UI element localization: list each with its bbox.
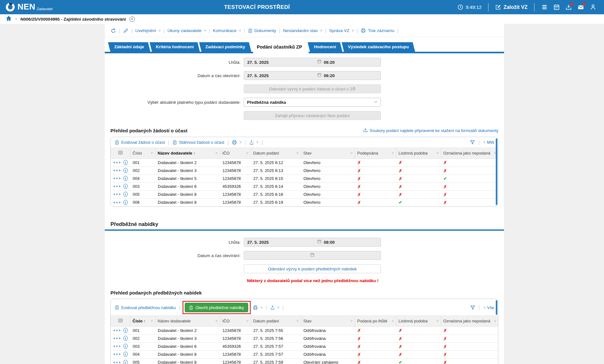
row-menu-button[interactable]: ∘∘∘ (113, 328, 121, 333)
column-settings-button[interactable] (111, 148, 130, 159)
column-header-ico[interactable]: IČO▽ (220, 148, 251, 159)
submission-files-link[interactable]: Soubory podání najdete připravené ke sta… (363, 128, 498, 134)
toolbar-item-dokumenty[interactable]: Dokumenty (248, 28, 276, 33)
table-row[interactable]: ∘∘∘i006Dodavatel - školení 81234567827. … (111, 198, 498, 206)
table-row[interactable]: ∘∘∘i001Dodavatel - školení 21234567827. … (111, 327, 498, 335)
column-filter-icon[interactable]: ▽ (295, 152, 298, 155)
table-row[interactable]: ∘∘∘i005Dodavatel - školení 81234567827. … (111, 358, 498, 364)
row-info-button[interactable]: i (123, 336, 128, 341)
export-table-button[interactable]: ▽ (249, 140, 258, 145)
open-preliminary-offers-button[interactable]: Otevřít předběžné nabídky (185, 303, 248, 312)
column-filter-icon[interactable]: ▽ (214, 152, 217, 155)
column-header-oznacena-jako-nepodana[interactable]: Označena jako nepodaná▽ (441, 148, 498, 159)
column-header-ico[interactable]: IČO▽ (220, 316, 251, 327)
row-menu-button[interactable]: ∘∘∘ (113, 336, 121, 341)
column-header-cislo[interactable]: Číslo▽ (130, 148, 155, 159)
column-header-podepsana[interactable]: Podepsána▽ (355, 148, 396, 159)
close-record-icon[interactable]: ✕ (129, 17, 135, 22)
filter-profile-select[interactable]: ▽ MW (483, 140, 494, 145)
row-info-button[interactable]: i (123, 344, 128, 349)
messages-button[interactable] (577, 4, 584, 11)
toolbar-item-ukony-zadavatele[interactable]: Úkony zadavatele▽ (167, 28, 206, 33)
row-info-button[interactable]: i (123, 192, 128, 197)
row-info-button[interactable]: i (123, 160, 128, 165)
column-filter-icon[interactable]: ▽ (214, 320, 217, 322)
row-menu-button[interactable]: ∘∘∘ (113, 192, 121, 196)
print-table-button[interactable]: ▽ (253, 305, 262, 310)
column-header-stav[interactable]: Stav▽ (301, 316, 355, 327)
column-filter-icon[interactable]: ▽ (390, 320, 394, 322)
column-header-listinna-podoba[interactable]: Listinná podoba▽ (396, 316, 441, 327)
row-info-button[interactable]: i (123, 328, 128, 333)
submission-type-select[interactable]: Předběžná nabídka (244, 98, 381, 107)
column-header-nazev-dodavatele[interactable]: Název dodavatele▽ (155, 316, 220, 327)
downloads-button[interactable] (565, 4, 572, 10)
column-header-stav[interactable]: Stav▽ (301, 148, 355, 159)
row-menu-button[interactable]: ∘∘∘ (113, 168, 121, 173)
table-row[interactable]: ∘∘∘i002Dodavatel - školení 31234567827. … (111, 334, 498, 342)
export-table-button[interactable]: ▽ (270, 305, 279, 310)
row-menu-button[interactable]: ∘∘∘ (113, 360, 121, 364)
tab-zadavaci-podminky[interactable]: Zadávací podmínky (199, 42, 251, 52)
column-header-cislo[interactable]: Číslo↑▽ (130, 316, 155, 327)
column-filter-icon[interactable]: ▽ (435, 320, 438, 322)
user-profile-button[interactable] (590, 4, 596, 10)
refresh-icon[interactable] (110, 28, 116, 34)
pencil-icon[interactable] (123, 28, 129, 33)
toolbar-item-uverejneni[interactable]: Uveřejnění▽ (135, 28, 160, 33)
column-header-datum-podani[interactable]: Datum podání▽ (251, 316, 301, 327)
row-info-button[interactable]: i (123, 352, 128, 357)
row-info-button[interactable]: i (123, 168, 128, 173)
column-filter-icon[interactable]: ▽ (349, 152, 352, 155)
row-menu-button[interactable]: ∘∘∘ (113, 352, 121, 356)
column-filter-icon[interactable]: ▽ (245, 152, 248, 155)
calendar-button[interactable] (553, 4, 560, 10)
filter-button[interactable] (470, 140, 475, 145)
column-filter-icon[interactable]: ▽ (435, 152, 438, 155)
tab-kriteria-hodnoceni[interactable]: Kritéria hodnocení (149, 42, 200, 52)
row-info-button[interactable]: i (123, 360, 128, 364)
row-info-button[interactable]: i (123, 176, 128, 181)
table-row[interactable]: ∘∘∘i005Dodavatel - školení 81234567827. … (111, 190, 498, 198)
table-scrollbar[interactable] (496, 300, 497, 315)
toolbar-item-nestandardni-stav[interactable]: Nestandardní stav▽ (283, 28, 322, 33)
column-settings-button[interactable] (111, 316, 130, 327)
tab-vysledek-zadavaciho-postupu[interactable]: Výsledek zadávacího postupu (342, 42, 415, 52)
column-filter-icon[interactable]: ▽ (349, 320, 352, 322)
column-filter-icon[interactable]: ▽ (149, 320, 153, 322)
toolbar-item-sprava-vz[interactable]: Správa VZ▽ (329, 28, 354, 33)
filter-button[interactable] (470, 305, 475, 310)
table-row[interactable]: ∘∘∘i004Dodavatel - školení 81234567827. … (111, 350, 498, 358)
home-icon[interactable] (6, 16, 12, 23)
column-filter-icon[interactable]: ▽ (493, 320, 496, 322)
tab-zakladni-udaje[interactable]: Základní údaje (108, 42, 150, 52)
send-request-invitation-button[interactable]: Odeslání výzvy k podání žádosti o účast … (244, 84, 381, 93)
create-vz-button[interactable]: Založit VZ (495, 4, 528, 10)
table-row[interactable]: ∘∘∘i002Dodavatel - školení 31234567827. … (111, 167, 498, 175)
column-header-oznacena-jako-nepodana[interactable]: Označena jako nepodaná▽ (441, 316, 498, 327)
toolbar-item-komunikace[interactable]: Komunikace▽ (213, 28, 241, 33)
column-header-listinna-podoba[interactable]: Listinná podoba▽ (396, 148, 441, 159)
app-logo[interactable]: NEN Zadavatel (5, 2, 53, 12)
column-header-podana-po-lhute[interactable]: Podaná po lhůtě▽ (355, 316, 396, 327)
tab-hodnoceni[interactable]: Hodnocení (308, 42, 342, 52)
send-preliminary-invitation-button[interactable]: Odeslání výzvy k podání předběžných nabí… (244, 264, 381, 273)
print-table-button[interactable]: ▽ (232, 140, 242, 145)
table-row[interactable]: ∘∘∘i003Dodavatel - školení 64535932627. … (111, 342, 498, 350)
register-request-button[interactable]: Evidovat žádost o účast (115, 140, 165, 145)
row-menu-button[interactable]: ∘∘∘ (113, 176, 121, 181)
table-row[interactable]: ∘∘∘i001Dodavatel - školení 21234567827. … (111, 159, 498, 167)
row-menu-button[interactable]: ∘∘∘ (113, 184, 121, 189)
row-menu-button[interactable]: ∘∘∘ (113, 344, 121, 348)
column-filter-icon[interactable]: ▽ (245, 320, 248, 322)
row-menu-button[interactable]: ∘∘∘ (113, 160, 121, 165)
column-filter-icon[interactable]: ▽ (390, 152, 394, 155)
download-requests-button[interactable]: Stáhnout žádosti o účast (172, 140, 224, 145)
row-menu-button[interactable]: ∘∘∘ (113, 200, 121, 205)
column-filter-icon[interactable]: ▽ (295, 320, 298, 322)
column-header-nazev-dodavatele[interactable]: Název dodavatele↑▽ (155, 148, 220, 159)
table-row[interactable]: ∘∘∘i004Dodavatel - školení 51234567827. … (111, 175, 498, 182)
register-preliminary-offer-button[interactable]: Evidovat předběžnou nabídku (115, 305, 176, 310)
column-filter-icon[interactable]: ▽ (149, 152, 153, 155)
row-info-button[interactable]: i (123, 200, 128, 205)
